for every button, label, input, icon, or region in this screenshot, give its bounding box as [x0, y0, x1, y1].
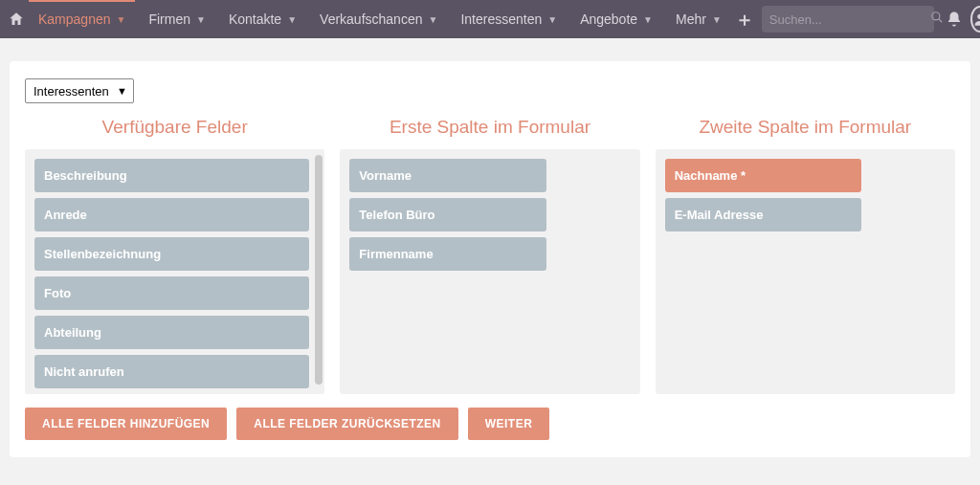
- field-chip[interactable]: Stellenbezeichnung: [34, 237, 309, 271]
- field-label: Beschreibung: [44, 168, 127, 183]
- field-label: Foto: [44, 286, 71, 300]
- field-label: Firmenname: [359, 247, 433, 261]
- search-icon[interactable]: [930, 11, 944, 28]
- continue-button[interactable]: WEITER: [468, 408, 550, 440]
- field-chip-required[interactable]: Nachname *: [665, 159, 861, 192]
- column-title: Erste Spalte im Formular: [340, 117, 639, 138]
- field-chip[interactable]: Firmenname: [349, 237, 546, 271]
- svg-point-0: [932, 12, 940, 20]
- field-chip[interactable]: Telefon Büro: [349, 198, 546, 231]
- chevron-down-icon: ▼: [712, 14, 722, 25]
- nav-kampagnen[interactable]: Kampagnen ▼: [29, 0, 135, 37]
- chevron-down-icon: ▼: [428, 14, 437, 25]
- column-title: Zweite Spalte im Formular: [656, 117, 955, 138]
- available-column: Verfügbare Felder Beschreibung Anrede St…: [25, 117, 324, 394]
- add-icon[interactable]: ＋: [735, 7, 754, 33]
- nav-label: Interessenten: [460, 11, 542, 27]
- chevron-down-icon: ▼: [117, 85, 127, 97]
- search-input[interactable]: [769, 12, 930, 27]
- second-drop-area[interactable]: Nachname * E-Mail Adresse: [656, 149, 955, 394]
- avatar[interactable]: [970, 6, 980, 33]
- nav-firmen[interactable]: Firmen ▼: [139, 0, 214, 38]
- home-icon[interactable]: [8, 0, 25, 38]
- column-title: Verfügbare Felder: [25, 117, 324, 138]
- nav-kontakte[interactable]: Kontakte ▼: [219, 0, 306, 38]
- search-box[interactable]: [762, 6, 934, 33]
- reset-all-button[interactable]: ALLE FELDER ZURÜCKSETZEN: [236, 408, 458, 440]
- chevron-down-icon: ▼: [287, 14, 297, 25]
- entity-select[interactable]: Interessenten ▼: [25, 78, 134, 103]
- page-card: Interessenten ▼ Verfügbare Felder Beschr…: [10, 61, 970, 457]
- chevron-down-icon: ▼: [547, 14, 557, 25]
- first-drop-area[interactable]: Vorname Telefon Büro Firmenname: [340, 149, 639, 394]
- nav-label: Verkaufschancen: [320, 11, 422, 27]
- field-chip[interactable]: Abteilung: [34, 316, 309, 349]
- first-column: Erste Spalte im Formular Vorname Telefon…: [340, 117, 639, 394]
- add-all-button[interactable]: ALLE FELDER HINZUFÜGEN: [25, 408, 227, 440]
- field-label: Anrede: [44, 208, 87, 222]
- nav-interessenten[interactable]: Interessenten ▼: [451, 0, 567, 38]
- second-column: Zweite Spalte im Formular Nachname * E-M…: [656, 117, 955, 394]
- nav-angebote[interactable]: Angebote ▼: [570, 0, 662, 38]
- field-chip[interactable]: Vorname: [349, 159, 546, 192]
- scrollbar-thumb[interactable]: [315, 155, 323, 385]
- nav-verkaufschancen[interactable]: Verkaufschancen ▼: [310, 0, 447, 38]
- field-chip[interactable]: E-Mail Adresse: [665, 198, 861, 231]
- svg-line-1: [939, 19, 943, 23]
- chevron-down-icon: ▼: [643, 14, 653, 25]
- select-value: Interessenten: [33, 84, 109, 99]
- available-drop-area[interactable]: Beschreibung Anrede Stellenbezeichnung F…: [25, 149, 324, 394]
- nav-label: Firmen: [148, 11, 190, 27]
- field-label: Vorname: [359, 168, 412, 183]
- top-nav: Kampagnen ▼ Firmen ▼ Kontakte ▼ Verkaufs…: [0, 0, 980, 38]
- nav-label: Angebote: [580, 11, 637, 27]
- field-label: E-Mail Adresse: [675, 208, 764, 222]
- field-chip[interactable]: Nicht anrufen: [34, 355, 309, 388]
- nav-label: Mehr: [676, 11, 706, 27]
- field-chip[interactable]: Beschreibung: [34, 159, 309, 192]
- chevron-down-icon: ▼: [117, 14, 126, 25]
- field-chip[interactable]: Foto: [34, 276, 309, 310]
- field-label: Telefon Büro: [359, 208, 434, 222]
- chevron-down-icon: ▼: [196, 14, 206, 25]
- field-label: Nachname *: [675, 168, 746, 183]
- nav-mehr[interactable]: Mehr ▼: [666, 0, 731, 38]
- nav-label: Kontakte: [229, 11, 281, 27]
- field-label: Stellenbezeichnung: [44, 247, 161, 261]
- nav-label: Kampagnen: [38, 11, 111, 27]
- field-chip[interactable]: Anrede: [34, 198, 309, 231]
- field-label: Abteilung: [44, 325, 101, 340]
- bell-icon[interactable]: [946, 0, 963, 38]
- field-label: Nicht anrufen: [44, 364, 124, 379]
